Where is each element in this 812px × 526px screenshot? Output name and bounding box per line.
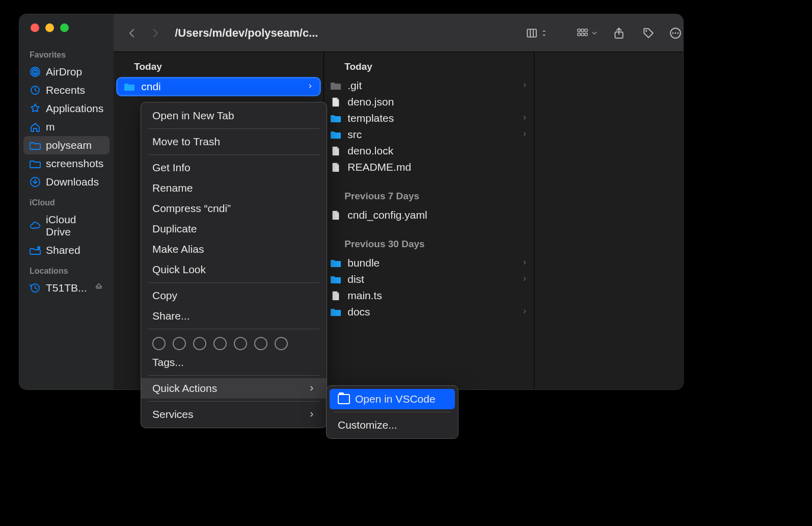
tag-color-option[interactable] xyxy=(213,337,227,350)
folder-icon xyxy=(330,306,341,318)
timemachine-icon xyxy=(30,282,41,294)
menu-separator xyxy=(148,401,319,402)
sidebar-heading-locations: Locations xyxy=(23,265,110,279)
file-row[interactable]: bundle xyxy=(324,255,534,271)
file-row[interactable]: dist xyxy=(324,271,534,287)
file-label: main.ts xyxy=(347,290,528,302)
airdrop-icon xyxy=(30,66,41,77)
file-row[interactable]: deno.lock xyxy=(324,143,534,159)
menu-get-info[interactable]: Get Info xyxy=(141,157,327,178)
submenu-customize[interactable]: Customize... xyxy=(327,415,458,435)
sidebar-item-applications[interactable]: Applications xyxy=(23,99,110,118)
sidebar-item-label: Downloads xyxy=(46,176,99,188)
sidebar-item-shared[interactable]: Shared xyxy=(23,241,110,259)
menu-quick-look[interactable]: Quick Look xyxy=(141,259,327,280)
sidebar-item-polyseam[interactable]: polyseam xyxy=(23,136,110,154)
sidebar-item-label: Applications xyxy=(46,102,103,115)
chevron-right-icon xyxy=(522,114,528,123)
menu-copy[interactable]: Copy xyxy=(141,285,327,306)
file-row[interactable]: README.md xyxy=(324,159,534,175)
column-heading: Today xyxy=(324,52,534,77)
sidebar-item-label: screenshots xyxy=(46,157,103,170)
file-row[interactable]: docs xyxy=(324,304,534,320)
sidebar-item-screenshots[interactable]: screenshots xyxy=(23,154,110,173)
menu-tags[interactable]: Tags... xyxy=(141,352,327,373)
document-icon xyxy=(330,162,341,173)
tag-color-option[interactable] xyxy=(193,337,206,350)
menu-rename[interactable]: Rename xyxy=(141,178,327,198)
tag-color-option[interactable] xyxy=(152,337,166,350)
group-by-button[interactable] xyxy=(576,24,598,42)
context-menu: Open in New Tab Move to Trash Get Info R… xyxy=(141,102,327,428)
file-row[interactable]: cndi xyxy=(118,78,319,95)
view-mode-button[interactable] xyxy=(526,24,548,42)
quick-actions-submenu: Open in VSCode Customize... xyxy=(326,385,458,439)
file-row[interactable]: main.ts xyxy=(324,287,534,304)
chevron-right-icon xyxy=(308,408,315,420)
column-subheading: Previous 30 Days xyxy=(324,223,534,255)
tag-color-option[interactable] xyxy=(275,337,288,350)
folder-icon xyxy=(338,394,350,404)
tag-color-option[interactable] xyxy=(254,337,267,350)
menu-quick-actions[interactable]: Quick Actions xyxy=(141,378,327,399)
sidebar-item-recents[interactable]: Recents xyxy=(23,81,110,99)
finder-window: Favorites AirDropRecentsApplicationsmpol… xyxy=(19,14,683,389)
menu-separator xyxy=(148,128,319,129)
menu-open-new-tab[interactable]: Open in New Tab xyxy=(141,106,327,126)
menu-make-alias[interactable]: Make Alias xyxy=(141,239,327,259)
menu-services[interactable]: Services xyxy=(141,404,327,425)
close-window-button[interactable] xyxy=(31,23,39,32)
file-row[interactable]: deno.json xyxy=(324,94,534,110)
sidebar-item-m[interactable]: m xyxy=(23,118,110,136)
menu-item-label: Quick Actions xyxy=(152,382,217,394)
more-actions-button[interactable] xyxy=(669,24,683,42)
eject-icon[interactable] xyxy=(94,282,103,294)
minimize-window-button[interactable] xyxy=(45,23,54,32)
file-label: templates xyxy=(347,112,516,124)
tag-color-option[interactable] xyxy=(173,337,186,350)
document-icon xyxy=(330,209,341,221)
column-subheading: Previous 7 Days xyxy=(324,175,534,207)
document-icon xyxy=(330,290,341,301)
chevron-right-icon xyxy=(522,81,528,90)
maximize-window-button[interactable] xyxy=(60,23,69,32)
menu-item-label: Services xyxy=(152,408,194,420)
folder-icon xyxy=(330,257,341,269)
file-row[interactable]: src xyxy=(324,126,534,143)
nav-back-button[interactable] xyxy=(123,24,141,42)
folder-icon xyxy=(30,158,41,169)
tags-button[interactable] xyxy=(640,24,657,42)
menu-duplicate[interactable]: Duplicate xyxy=(141,219,327,239)
sidebar-item-label: AirDrop xyxy=(46,66,82,78)
sidebar-item-icloud-drive[interactable]: iCloud Drive xyxy=(23,211,110,241)
file-label: deno.lock xyxy=(347,145,528,157)
nav-forward-button[interactable] xyxy=(146,24,165,42)
share-button[interactable] xyxy=(610,24,628,42)
menu-compress[interactable]: Compress “cndi” xyxy=(141,198,327,219)
folder-icon xyxy=(124,81,135,92)
file-label: dist xyxy=(347,273,516,285)
folder-icon xyxy=(30,140,41,151)
tag-color-option[interactable] xyxy=(234,337,247,350)
sidebar-item-label: T51TB... xyxy=(46,282,87,294)
document-icon xyxy=(330,96,341,108)
sidebar-item-t51tb-[interactable]: T51TB... xyxy=(23,279,110,297)
clock-icon xyxy=(30,85,41,96)
chevron-right-icon xyxy=(308,382,315,394)
file-row[interactable]: .git xyxy=(324,77,534,94)
file-row[interactable]: templates xyxy=(324,110,534,126)
submenu-open-in-vscode[interactable]: Open in VSCode xyxy=(330,389,455,409)
download-icon xyxy=(30,176,41,188)
sidebar-item-label: iCloud Drive xyxy=(46,214,103,238)
file-row[interactable]: cndi_config.yaml xyxy=(324,207,534,223)
chevron-right-icon xyxy=(522,307,528,317)
file-label: .git xyxy=(347,80,516,92)
menu-share[interactable]: Share... xyxy=(141,306,327,326)
file-label: README.md xyxy=(347,161,528,173)
sidebar-item-airdrop[interactable]: AirDrop xyxy=(23,63,110,81)
window-controls xyxy=(19,23,114,43)
menu-separator xyxy=(148,329,319,329)
file-label: bundle xyxy=(347,257,516,269)
sidebar-item-downloads[interactable]: Downloads xyxy=(23,173,110,191)
menu-move-to-trash[interactable]: Move to Trash xyxy=(141,132,327,152)
